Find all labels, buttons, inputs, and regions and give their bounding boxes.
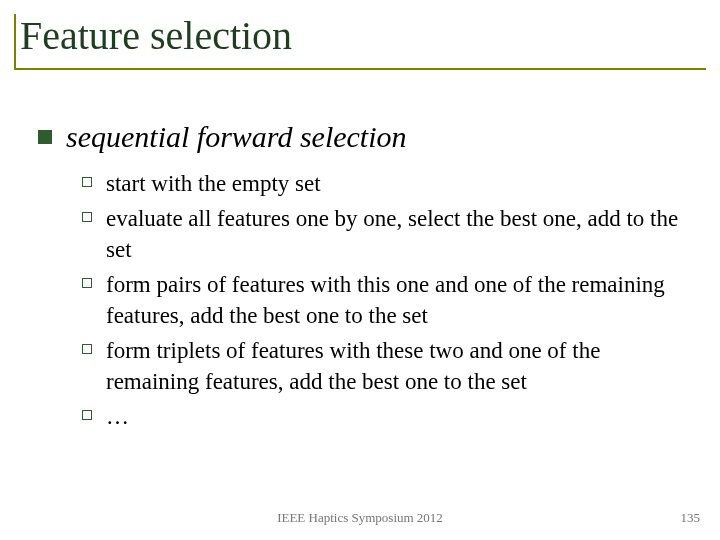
level2-item: start with the empty set <box>82 168 690 199</box>
level2-item: … <box>82 401 690 432</box>
filled-square-bullet-icon <box>38 130 52 144</box>
title-area: Feature selection <box>14 14 706 70</box>
title-rule-box: Feature selection <box>14 14 706 70</box>
level2-item: evaluate all features one by one, select… <box>82 203 690 265</box>
level2-text: start with the empty set <box>106 168 321 199</box>
level2-text: form triplets of features with these two… <box>106 335 690 397</box>
level2-item: form pairs of features with this one and… <box>82 269 690 331</box>
level2-list: start with the empty set evaluate all fe… <box>82 168 690 432</box>
level2-text: … <box>106 401 129 432</box>
level2-item: form triplets of features with these two… <box>82 335 690 397</box>
body-area: sequential forward selection start with … <box>38 120 690 436</box>
page-number: 135 <box>681 510 701 526</box>
footer-center: IEEE Haptics Symposium 2012 <box>0 510 720 526</box>
slide-title: Feature selection <box>20 14 706 58</box>
level2-text: form pairs of features with this one and… <box>106 269 690 331</box>
hollow-square-bullet-icon <box>82 212 92 222</box>
hollow-square-bullet-icon <box>82 344 92 354</box>
hollow-square-bullet-icon <box>82 278 92 288</box>
level1-item: sequential forward selection <box>38 120 690 154</box>
level2-text: evaluate all features one by one, select… <box>106 203 690 265</box>
level1-text: sequential forward selection <box>66 120 407 154</box>
hollow-square-bullet-icon <box>82 177 92 187</box>
hollow-square-bullet-icon <box>82 410 92 420</box>
slide: Feature selection sequential forward sel… <box>0 0 720 540</box>
